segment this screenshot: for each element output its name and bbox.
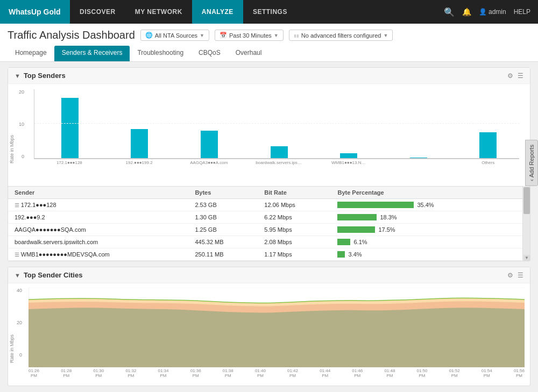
calendar-icon: 📅 [220,32,227,39]
main-content: ▼ Top Senders ⚙ ☰ Rate in Mbps 20 10 0 [0,62,538,392]
sub-tabs: Homepage Senders & Receivers Troubleshoo… [8,46,530,61]
chevron-down-icon2: ▼ [274,33,279,38]
area-y-ticks: 40 20 0 [17,288,22,358]
top-senders-table-wrap: Sender Bytes Bit Rate Byte Percentage ☰ … [8,186,530,261]
subheader: Traffic Analysis Dashboard 🌐 All NTA Sou… [0,24,538,62]
bar-chart [34,89,519,159]
area-chart-container: Rate in Mbps 40 20 0 [8,283,530,386]
top-senders-actions: ⚙ ☰ [507,72,523,80]
time-filter[interactable]: 📅 Past 30 Minutes ▼ [215,30,284,41]
page-title-row: Traffic Analysis Dashboard 🌐 All NTA Sou… [8,29,530,41]
tab-senders-receivers[interactable]: Senders & Receivers [54,46,130,61]
bar-6 [479,132,497,159]
nav-discover[interactable]: DISCOVER [70,0,125,24]
pct-bar-row4: 3.4% [337,251,514,258]
bar-group-6 [457,132,519,159]
filter-icon: ⚏ [294,32,299,39]
pct-bar-row1: 18.3% [337,214,514,220]
row-icon2: ☰ [15,252,21,258]
tab-cbqos[interactable]: CBQoS [191,46,228,61]
scrollbar[interactable]: ▼ [522,186,530,261]
chevron-down-icon3: ▼ [383,33,388,38]
gear-icon[interactable]: ⚙ [507,72,513,80]
top-senders-table: Sender Bytes Bit Rate Byte Percentage ☰ … [8,186,530,261]
collapse-arrow-icon2[interactable]: ▼ [15,272,20,279]
top-senders-title: ▼ Top Senders [15,72,66,80]
search-icon[interactable]: 🔍 [444,7,455,17]
bar-chart-container: Rate in Mbps 20 10 0 [8,84,530,186]
tab-homepage[interactable]: Homepage [8,46,54,61]
top-nav: WhatsUp Gold DISCOVER MY NETWORK ANALYZE… [0,0,538,24]
row-icon: ☰ [15,202,21,208]
bar-1 [131,129,148,159]
chevron-right-icon: ‹ [528,179,535,181]
area-x-labels: 01:26 PM 01:28 PM 01:30 PM 01:32 PM 01:3… [29,368,525,378]
nav-items: DISCOVER MY NETWORK ANALYZE SETTINGS [70,0,436,24]
gear-icon2[interactable]: ⚙ [507,272,513,279]
pct-bar-row0: 35.4% [337,202,514,208]
table-row: ☰ 172.1●●●128 2.53 GB 12.06 Mbps 35.4% [8,199,530,211]
sources-filter[interactable]: 🌐 All NTA Sources ▼ [140,30,209,41]
bar-group-3 [248,146,310,159]
scroll-thumb[interactable] [523,187,530,214]
pct-bar-row3: 6.1% [337,239,514,245]
collapse-arrow-icon[interactable]: ▼ [15,73,20,79]
nav-settings[interactable]: SETTINGS [243,0,297,24]
top-senders-panel: ▼ Top Senders ⚙ ☰ Rate in Mbps 20 10 0 [8,67,530,261]
bar-group-2 [178,131,240,159]
area-chart-svg [29,288,525,367]
table-row: ☰ WMB1●●●●●●●●MDEVSQA.com 250.11 MB 1.17… [8,248,530,261]
top-senders-header: ▼ Top Senders ⚙ ☰ [8,68,530,84]
advanced-filter[interactable]: ⚏ No advanced filters configured ▼ [289,30,393,41]
help-label[interactable]: HELP [514,8,530,16]
col-bytepct: Byte Percentage [331,187,530,199]
pct-bar-row2: 17.5% [337,226,514,233]
add-reports-sidebar[interactable]: ‹ Add Reports [525,140,538,186]
y-axis-label: Rate in Mbps [9,135,15,163]
table-row: AAGQA●●●●●●●SQA.com 1.25 GB 5.95 Mbps 17… [8,224,530,236]
top-sender-cities-actions: ⚙ ☰ [507,272,523,279]
logo[interactable]: WhatsUp Gold [0,0,70,24]
nav-my-network[interactable]: MY NETWORK [125,0,192,24]
top-sender-cities-title: ▼ Top Sender Cities [15,271,82,279]
table-row: boardwalk.servers.ipswitch.com 445.32 MB… [8,236,530,248]
bar-3 [271,146,288,159]
bar-2 [201,131,218,159]
menu-icon2[interactable]: ☰ [518,272,523,279]
nav-analyze[interactable]: ANALYZE [192,0,243,24]
table-row: 192.●●●9.2 1.30 GB 6.22 Mbps 18.3% [8,211,530,224]
user-icon[interactable]: 👤 admin [479,8,506,16]
tab-troubleshooting[interactable]: Troubleshooting [130,46,191,61]
bar-group-0 [39,98,101,159]
col-bitrate: Bit Rate [258,187,331,199]
menu-icon[interactable]: ☰ [518,72,523,80]
bell-icon[interactable]: 🔔 [462,8,471,16]
col-sender: Sender [8,187,188,199]
bar-0 [61,98,79,159]
bar-group-1 [109,129,171,159]
chevron-down-icon: ▼ [200,33,204,38]
globe-icon: 🌐 [145,32,153,39]
x-axis-labels: 172.1●●●128 192.●●●199.2 AAGQA3●●●A.com … [34,160,519,165]
top-sender-cities-header: ▼ Top Sender Cities ⚙ ☰ [8,267,530,283]
page-title: Traffic Analysis Dashboard [8,29,135,41]
top-sender-cities-panel: ▼ Top Sender Cities ⚙ ☰ Rate in Mbps 40 … [8,267,530,386]
tab-overhaul[interactable]: Overhaul [228,46,270,61]
y-axis-ticks: 20 10 0 [19,89,24,159]
nav-right: 🔍 🔔 👤 admin HELP [436,0,538,24]
area-y-axis-label: Rate in Mbps [9,334,15,363]
col-bytes: Bytes [188,187,258,199]
